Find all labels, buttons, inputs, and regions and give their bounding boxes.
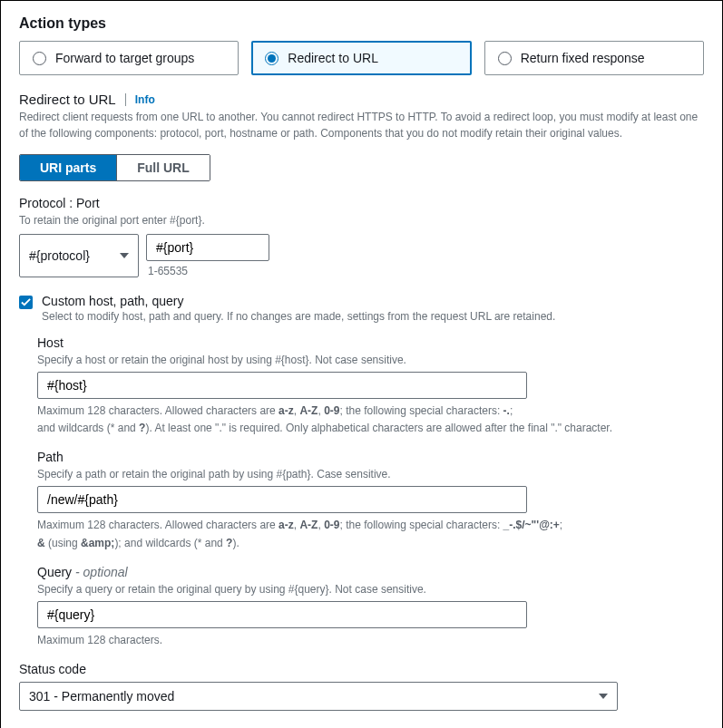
custom-hpq-checkbox[interactable] [19, 296, 33, 309]
protocol-port-label: Protocol : Port [19, 196, 704, 210]
redirect-subheader: Redirect to URL [19, 92, 116, 107]
port-input[interactable] [146, 234, 269, 261]
host-constraint: Maximum 128 characters. Allowed characte… [37, 403, 704, 437]
query-input[interactable] [37, 601, 527, 628]
redirect-subheader-row: Redirect to URL Info [19, 92, 704, 107]
path-input[interactable] [37, 486, 527, 513]
host-label: Host [37, 335, 704, 350]
query-label: Query - optional [37, 565, 704, 579]
action-forward-label: Forward to target groups [55, 51, 194, 65]
port-range-help: 1-65535 [146, 265, 269, 277]
status-code-field: Status code 301 - Permanently moved [19, 662, 704, 711]
action-forward-option[interactable]: Forward to target groups [19, 41, 239, 75]
protocol-port-help: To retain the original port enter #{port… [19, 212, 704, 228]
host-field: Host Specify a host or retain the origin… [37, 335, 704, 437]
custom-hpq-row: Custom host, path, query Select to modif… [19, 294, 704, 323]
info-link[interactable]: Info [135, 93, 155, 106]
action-redirect-option[interactable]: Redirect to URL [251, 41, 471, 75]
status-code-label: Status code [19, 662, 704, 676]
protocol-value: #{protocol} [29, 248, 90, 263]
caret-down-icon [120, 253, 129, 258]
action-fixed-label: Return fixed response [521, 51, 645, 65]
protocol-select[interactable]: #{protocol} [19, 234, 139, 277]
tab-uri-parts[interactable]: URI parts [20, 155, 116, 180]
custom-hpq-desc: Select to modify host, path and query. I… [42, 310, 555, 323]
radio-icon [33, 52, 46, 65]
status-code-value: 301 - Permanently moved [29, 689, 174, 704]
custom-hpq-fields: Host Specify a host or retain the origin… [37, 335, 704, 649]
host-help: Specify a host or retain the original ho… [37, 352, 704, 368]
section-title: Action types [19, 15, 704, 32]
protocol-port-field: Protocol : Port To retain the original p… [19, 196, 704, 277]
radio-icon [498, 52, 512, 65]
host-input[interactable] [37, 372, 527, 399]
caret-down-icon [599, 694, 608, 699]
url-mode-tabs: URI parts Full URL [19, 154, 210, 181]
path-constraint: Maximum 128 characters. Allowed characte… [37, 517, 704, 551]
action-types-panel: Action types Forward to target groups Re… [0, 0, 723, 728]
path-field: Path Specify a path or retain the origin… [37, 450, 704, 551]
check-icon [21, 297, 31, 307]
radio-icon [265, 52, 278, 65]
path-help: Specify a path or retain the original pa… [37, 466, 704, 482]
action-fixed-option[interactable]: Return fixed response [484, 41, 704, 75]
query-field: Query - optional Specify a query or reta… [37, 565, 704, 649]
custom-hpq-label: Custom host, path, query [42, 294, 555, 308]
tab-full-url[interactable]: Full URL [116, 155, 210, 180]
status-code-select[interactable]: 301 - Permanently moved [19, 682, 618, 711]
divider [125, 93, 126, 106]
action-type-radio-group: Forward to target groups Redirect to URL… [19, 41, 704, 75]
redirect-description: Redirect client requests from one URL to… [19, 109, 704, 141]
path-label: Path [37, 450, 704, 464]
action-redirect-label: Redirect to URL [288, 51, 378, 65]
query-help: Specify a query or retain the original q… [37, 581, 704, 597]
query-constraint: Maximum 128 characters. [37, 632, 704, 649]
